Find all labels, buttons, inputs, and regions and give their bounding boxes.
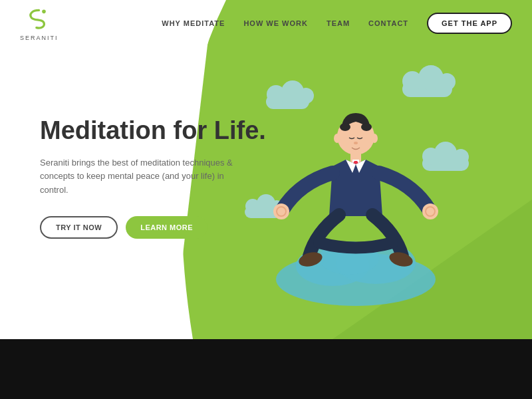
brand-name: SERANITI (20, 35, 59, 41)
try-now-button[interactable]: TRY IT NOW (40, 216, 118, 239)
hero-buttons: TRY IT NOW LEARN MORE (40, 216, 266, 239)
get-app-button[interactable]: GET THE APP (427, 13, 512, 34)
learn-more-button[interactable]: LEARN MORE (126, 216, 207, 239)
hero-text-area: Meditation for Life. Seraniti brings the… (40, 116, 266, 239)
nav-how-we-work[interactable]: HOW WE WORK (243, 19, 308, 27)
svg-point-11 (453, 149, 469, 165)
svg-point-25 (371, 134, 378, 143)
nav-contact[interactable]: CONTACT (368, 19, 408, 27)
hero-title: Meditation for Life. (40, 116, 266, 146)
hero-subtitle: Seraniti brings the best of meditation t… (40, 156, 233, 198)
svg-point-21 (340, 123, 350, 131)
svg-point-24 (334, 134, 340, 143)
logo[interactable]: SERANITI (20, 5, 59, 41)
navbar: SERANITI WHY MEDITATE HOW WE WORK TEAM C… (0, 0, 532, 47)
svg-point-7 (438, 73, 456, 90)
nav-team[interactable]: TEAM (327, 19, 350, 27)
svg-point-23 (354, 142, 358, 144)
svg-point-30 (422, 203, 438, 219)
bottom-bar (0, 339, 532, 399)
svg-point-10 (434, 142, 457, 164)
svg-point-34 (42, 10, 46, 14)
clouds-illustration (233, 53, 499, 306)
svg-point-28 (273, 203, 289, 219)
nav-why-meditate[interactable]: WHY MEDITATE (162, 19, 225, 27)
svg-point-3 (298, 88, 314, 104)
svg-point-22 (361, 123, 372, 131)
logo-icon (25, 5, 53, 33)
nav-links: WHY MEDITATE HOW WE WORK TEAM CONTACT GE… (162, 13, 512, 34)
